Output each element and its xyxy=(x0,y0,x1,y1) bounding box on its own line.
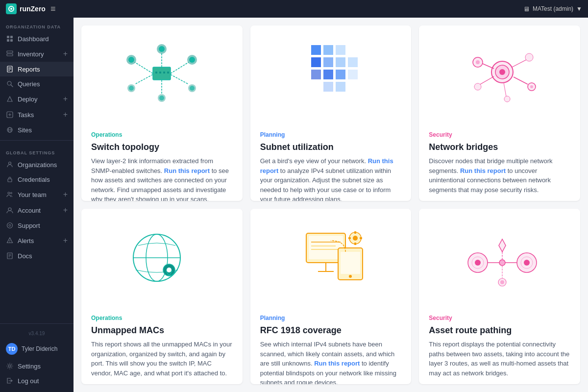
sidebar-item-credentials-label: Credentials xyxy=(18,176,68,183)
card-title-rfc: RFC 1918 coverage xyxy=(260,325,402,336)
account-icon xyxy=(6,206,14,214)
card-desc-route: This report displays the potential conne… xyxy=(429,340,570,378)
sidebar-item-tasks-label: Tasks xyxy=(18,111,59,119)
svg-rect-41 xyxy=(167,72,169,74)
sidebar-bottom: v3.4.19 TD Tyler Diderich Settings Log o… xyxy=(0,323,74,392)
svg-point-77 xyxy=(476,60,480,64)
sidebar-item-support[interactable]: Support xyxy=(0,218,74,233)
sidebar: ORGANIZATION DATA Dashboard Inventory + … xyxy=(0,18,74,392)
svg-rect-64 xyxy=(323,57,333,67)
svg-rect-107 xyxy=(348,237,351,239)
sidebar-item-deploy[interactable]: Deploy + xyxy=(0,91,74,107)
account-plus-icon[interactable]: + xyxy=(63,206,68,215)
svg-point-51 xyxy=(159,46,165,52)
card-title-unmapped: Unmapped MACs xyxy=(91,325,233,336)
run-report-switch-link[interactable]: Run this report xyxy=(164,167,210,174)
sidebar-item-your-team[interactable]: Your team + xyxy=(0,187,74,202)
svg-rect-60 xyxy=(311,45,321,55)
svg-rect-40 xyxy=(163,72,165,74)
sidebar-item-logout-label: Log out xyxy=(18,377,68,385)
svg-rect-106 xyxy=(354,243,356,245)
card-body-subnet: Planning Subnet utilization Get a bird's… xyxy=(250,123,412,201)
svg-rect-3 xyxy=(7,36,9,38)
svg-rect-68 xyxy=(348,57,358,67)
report-card-subnet-utilization: Planning Subnet utilization Get a bird's… xyxy=(250,25,412,201)
svg-point-28 xyxy=(9,224,11,226)
team-plus-icon[interactable]: + xyxy=(63,190,68,199)
svg-point-121 xyxy=(500,280,504,284)
svg-line-87 xyxy=(504,83,506,97)
sidebar-item-tasks[interactable]: Tasks + xyxy=(0,107,74,122)
sidebar-item-reports[interactable]: Reports xyxy=(0,62,74,76)
creds-icon xyxy=(6,175,14,183)
network-bridges-illustration xyxy=(451,35,549,114)
svg-line-46 xyxy=(135,74,153,84)
svg-rect-6 xyxy=(10,39,13,42)
svg-rect-38 xyxy=(155,72,157,74)
run-report-bridge-link[interactable]: Run this report xyxy=(460,167,506,174)
sidebar-item-inventory[interactable]: Inventory + xyxy=(0,46,74,62)
card-title-route: Asset route pathing xyxy=(429,325,570,336)
inventory-icon xyxy=(6,50,14,58)
svg-rect-39 xyxy=(159,72,161,74)
svg-line-44 xyxy=(171,62,189,74)
sidebar-item-queries[interactable]: Queries xyxy=(0,76,74,91)
logo-icon xyxy=(6,3,17,14)
user-profile[interactable]: TD Tyler Diderich xyxy=(0,339,74,359)
card-body-rfc: Planning RFC 1918 coverage See which int… xyxy=(250,307,412,384)
svg-line-86 xyxy=(514,77,528,84)
alerts-plus-icon[interactable]: + xyxy=(63,236,68,245)
svg-rect-70 xyxy=(311,70,321,79)
svg-rect-23 xyxy=(8,179,12,182)
run-report-subnet-link[interactable]: Run this report xyxy=(260,157,393,174)
version-label: v3.4.19 xyxy=(0,328,74,339)
sites-icon xyxy=(6,126,14,134)
sidebar-item-docs[interactable]: Docs xyxy=(0,248,74,263)
sidebar-item-settings[interactable]: Settings xyxy=(0,359,74,373)
run-report-rfc-link[interactable]: Run this report xyxy=(314,360,360,367)
main-content: Operations Switch topology View layer-2 … xyxy=(74,18,588,392)
sidebar-item-alerts[interactable]: Alerts + xyxy=(0,233,74,248)
svg-point-79 xyxy=(474,83,481,90)
inventory-plus-icon[interactable]: + xyxy=(63,49,68,58)
svg-point-53 xyxy=(189,57,195,63)
report-card-rfc1918: Planning RFC 1918 coverage See which int… xyxy=(250,209,412,384)
svg-point-27 xyxy=(7,223,13,228)
sidebar-item-account[interactable]: Account + xyxy=(0,202,74,218)
svg-line-85 xyxy=(480,76,494,84)
svg-rect-63 xyxy=(311,57,321,67)
card-category-rfc: Planning xyxy=(260,315,402,321)
card-body-unmapped: Operations Unmapped MACs This report sho… xyxy=(81,307,243,384)
switch-topology-illustration xyxy=(113,35,211,114)
svg-rect-5 xyxy=(7,39,9,42)
svg-point-82 xyxy=(504,96,510,102)
svg-point-22 xyxy=(9,162,11,165)
svg-point-75 xyxy=(499,69,505,75)
card-category-route: Security xyxy=(429,315,570,321)
sidebar-item-dashboard[interactable]: Dashboard xyxy=(0,31,74,46)
tasks-plus-icon[interactable]: + xyxy=(63,110,68,119)
rfc1918-illustration xyxy=(282,219,380,297)
svg-point-59 xyxy=(190,86,195,91)
hamburger-button[interactable]: ≡ xyxy=(50,4,56,14)
report-card-switch-topology: Operations Switch topology View layer-2 … xyxy=(81,25,243,201)
sidebar-item-organizations[interactable]: Organizations xyxy=(0,157,74,172)
deploy-plus-icon[interactable]: + xyxy=(63,95,68,103)
sidebar-item-sites[interactable]: Sites xyxy=(0,122,74,137)
user-menu[interactable]: 🖥 MATest (admin) ▼ xyxy=(523,5,582,13)
svg-rect-8 xyxy=(7,54,13,56)
svg-line-42 xyxy=(135,62,153,74)
svg-rect-4 xyxy=(10,36,13,38)
org-icon xyxy=(6,161,14,169)
sidebar-item-organizations-label: Organizations xyxy=(18,161,68,169)
svg-rect-7 xyxy=(7,51,13,53)
support-icon xyxy=(6,221,14,229)
sidebar-item-credentials[interactable]: Credentials xyxy=(0,172,74,187)
svg-point-92 xyxy=(167,268,172,272)
dashboard-icon xyxy=(6,35,14,43)
svg-rect-66 xyxy=(323,70,333,79)
sidebar-item-logout[interactable]: Log out xyxy=(0,373,74,388)
svg-line-84 xyxy=(512,60,526,67)
svg-point-78 xyxy=(525,53,533,61)
card-category-switch: Operations xyxy=(91,131,233,138)
